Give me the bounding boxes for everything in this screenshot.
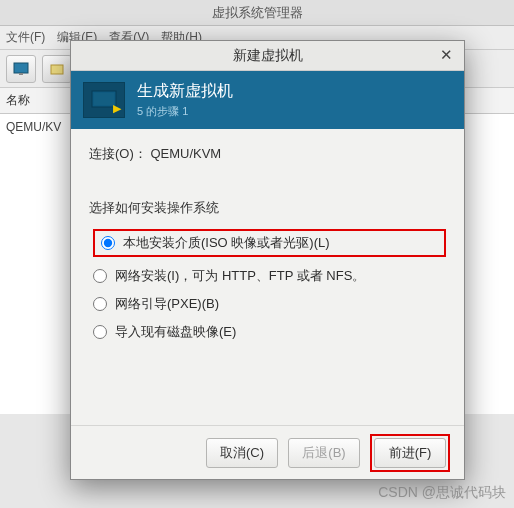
svg-rect-2 (51, 65, 63, 74)
open-icon (50, 62, 64, 76)
close-button[interactable]: ✕ (436, 45, 456, 65)
cancel-button[interactable]: 取消(C) (206, 438, 278, 468)
new-vm-dialog: 新建虚拟机 ✕ 生成新虚拟机 5 的步骤 1 连接(O)： QEMU/KVM 选… (70, 40, 465, 480)
forward-highlight: 前进(F) (370, 434, 450, 472)
svg-rect-1 (19, 73, 23, 75)
radio-pxe-label: 网络引导(PXE)(B) (115, 295, 219, 313)
close-icon: ✕ (440, 46, 453, 64)
radio-pxe[interactable]: 网络引导(PXE)(B) (93, 295, 446, 313)
svg-rect-0 (14, 63, 28, 73)
radio-local-iso[interactable]: 本地安装介质(ISO 映像或者光驱)(L) (93, 229, 446, 257)
radio-network-install-input[interactable] (93, 269, 107, 283)
radio-network-install[interactable]: 网络安装(I)，可为 HTTP、FTP 或者 NFS。 (93, 267, 446, 285)
radio-local-iso-label: 本地安装介质(ISO 映像或者光驱)(L) (123, 234, 330, 252)
dialog-body: 连接(O)： QEMU/KVM 选择如何安装操作系统 本地安装介质(ISO 映像… (71, 129, 464, 425)
open-vm-toolbar-button[interactable] (42, 55, 72, 83)
dialog-title: 新建虚拟机 (233, 47, 303, 65)
computer-icon (83, 82, 125, 118)
connection-label: 连接(O)： QEMU/KVM (89, 145, 446, 163)
install-method-radios: 本地安装介质(ISO 映像或者光驱)(L) 网络安装(I)，可为 HTTP、FT… (89, 229, 446, 341)
menu-file[interactable]: 文件(F) (6, 29, 45, 46)
dialog-banner: 生成新虚拟机 5 的步骤 1 (71, 71, 464, 129)
banner-title: 生成新虚拟机 (137, 81, 233, 102)
radio-pxe-input[interactable] (93, 297, 107, 311)
banner-step: 5 的步骤 1 (137, 104, 233, 119)
radio-local-iso-input[interactable] (101, 236, 115, 250)
dialog-titlebar: 新建虚拟机 ✕ (71, 41, 464, 71)
monitor-icon (13, 62, 29, 76)
radio-network-install-label: 网络安装(I)，可为 HTTP、FTP 或者 NFS。 (115, 267, 365, 285)
svg-rect-4 (94, 93, 114, 105)
dialog-button-row: 取消(C) 后退(B) 前进(F) (71, 425, 464, 479)
watermark: CSDN @思诚代码块 (378, 484, 506, 502)
back-button[interactable]: 后退(B) (288, 438, 360, 468)
new-vm-toolbar-button[interactable] (6, 55, 36, 83)
forward-button[interactable]: 前进(F) (374, 438, 446, 468)
radio-import-disk-input[interactable] (93, 325, 107, 339)
install-method-label: 选择如何安装操作系统 (89, 199, 446, 217)
radio-import-disk-label: 导入现有磁盘映像(E) (115, 323, 236, 341)
parent-window-title: 虚拟系统管理器 (0, 0, 514, 26)
radio-import-disk[interactable]: 导入现有磁盘映像(E) (93, 323, 446, 341)
